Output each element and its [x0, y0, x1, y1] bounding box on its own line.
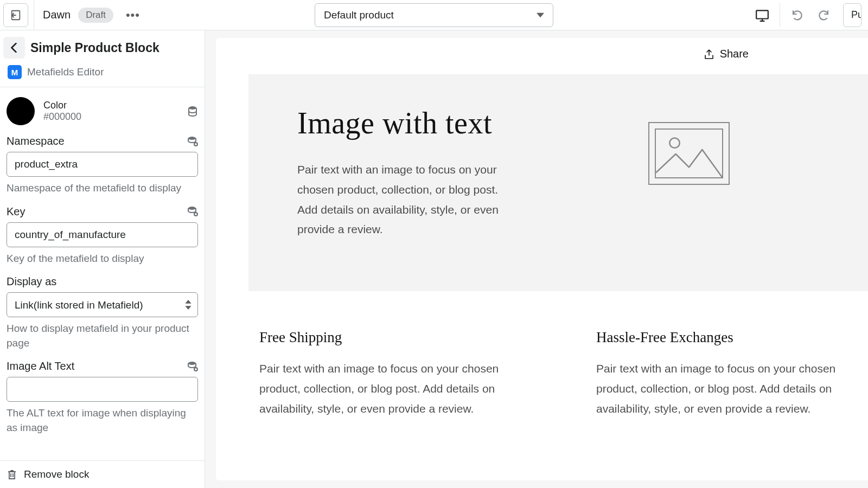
namespace-field-group: Namespace Namespace of the metafield to … [7, 135, 198, 196]
image-with-text-media [532, 106, 846, 260]
display-as-field-group: Display as Link(link stored in Metafield… [7, 275, 198, 350]
share-label: Share [720, 48, 749, 60]
image-alt-label: Image Alt Text [7, 360, 74, 373]
top-bar-center: Default product [315, 3, 553, 27]
sidebar-scroll: Color #000000 Namespace Namespace of the… [0, 87, 205, 460]
desktop-icon [755, 8, 769, 22]
svg-point-2 [189, 106, 196, 110]
remove-block-button[interactable]: Remove block [0, 460, 205, 488]
image-with-text-section[interactable]: Image with text Pair text with an image … [248, 74, 868, 291]
image-alt-help: The ALT text for image when displaying a… [7, 406, 198, 435]
redo-button[interactable] [812, 3, 835, 27]
share-button[interactable]: Share [216, 38, 868, 70]
column-1-body: Pair text with an image to focus on your… [259, 359, 531, 419]
exit-button[interactable] [3, 3, 28, 27]
image-placeholder[interactable] [648, 122, 730, 185]
svg-rect-1 [756, 10, 768, 18]
namespace-input[interactable] [7, 152, 198, 177]
dots-icon: ••• [126, 8, 140, 22]
draft-badge: Draft [78, 8, 113, 23]
color-setting-row: Color #000000 [7, 87, 198, 135]
publish-button[interactable]: Publish [843, 3, 861, 27]
image-alt-input[interactable] [7, 377, 198, 402]
share-icon [704, 49, 714, 60]
remove-block-label: Remove block [24, 468, 89, 480]
column-2-title: Hassle-Free Exchanges [596, 329, 868, 346]
dynamic-source-button[interactable] [187, 106, 198, 117]
exit-icon [10, 9, 22, 21]
more-actions-button[interactable]: ••• [123, 5, 143, 25]
top-bar-right: Publish [750, 3, 861, 27]
namespace-help: Namespace of the metafield to display [7, 181, 198, 196]
divider [780, 3, 780, 27]
key-input[interactable] [7, 222, 198, 247]
top-bar-left: Dawn Draft ••• [0, 0, 143, 30]
chevron-left-icon [9, 43, 19, 53]
svg-point-7 [188, 362, 196, 365]
preview-frame: Share Image with text Pair text with an … [216, 38, 868, 480]
undo-icon [791, 9, 804, 22]
database-plus-icon [187, 361, 198, 372]
app-name: Metafields Editor [27, 66, 104, 78]
image-alt-field-group: Image Alt Text The ALT text for image wh… [7, 360, 198, 435]
display-as-help: How to display metafield in your product… [7, 322, 198, 350]
template-selector[interactable]: Default product [315, 3, 553, 27]
image-with-text-heading: Image with text [297, 106, 510, 140]
template-selector-label: Default product [324, 9, 394, 21]
image-placeholder-icon [656, 130, 722, 177]
top-bar: Dawn Draft ••• Default product Publish [0, 0, 868, 30]
color-meta: Color #000000 [43, 100, 187, 123]
image-with-text-content: Image with text Pair text with an image … [297, 106, 532, 260]
key-label: Key [7, 206, 25, 218]
key-field-group: Key Key of the metafield to display [7, 206, 198, 266]
column-1-title: Free Shipping [259, 329, 531, 346]
svg-point-3 [188, 137, 196, 140]
database-plus-icon [187, 136, 198, 147]
trash-icon [7, 469, 17, 480]
key-help: Key of the metafield to display [7, 252, 198, 266]
color-value: #000000 [43, 111, 81, 122]
theme-name: Dawn [43, 9, 71, 21]
namespace-label: Namespace [7, 135, 65, 147]
image-with-text-body: Pair text with an image to focus on your… [297, 160, 510, 240]
preview-area: Share Image with text Pair text with an … [205, 30, 868, 488]
dynamic-source-button[interactable] [187, 206, 198, 217]
back-button[interactable] [3, 37, 25, 59]
svg-point-5 [188, 207, 196, 210]
settings-sidebar: Simple Product Block M Metafields Editor… [0, 30, 205, 488]
app-row: M Metafields Editor [0, 63, 205, 87]
column-2: Hassle-Free Exchanges Pair text with an … [596, 329, 868, 419]
dynamic-source-button[interactable] [187, 136, 198, 147]
database-icon [187, 106, 198, 117]
multicolumn-section[interactable]: Free Shipping Pair text with an image to… [216, 291, 868, 440]
display-as-select[interactable]: Link(link stored in Metafield) [7, 292, 198, 317]
color-label: Color [43, 100, 187, 111]
column-2-body: Pair text with an image to focus on your… [596, 359, 868, 419]
color-swatch[interactable] [7, 97, 35, 125]
app-icon: M [8, 65, 22, 79]
divider [34, 0, 34, 30]
display-as-label: Display as [7, 275, 56, 288]
redo-icon [817, 9, 830, 22]
panel-title: Simple Product Block [30, 41, 159, 55]
main: Simple Product Block M Metafields Editor… [0, 30, 868, 488]
publish-label: Publish [851, 9, 861, 21]
column-1: Free Shipping Pair text with an image to… [259, 329, 531, 419]
undo-button[interactable] [786, 3, 809, 27]
svg-point-9 [669, 138, 679, 148]
sidebar-header: Simple Product Block [0, 30, 205, 63]
desktop-view-button[interactable] [750, 3, 774, 27]
database-plus-icon [187, 206, 198, 217]
caret-down-icon [537, 11, 544, 19]
dynamic-source-button[interactable] [187, 361, 198, 372]
